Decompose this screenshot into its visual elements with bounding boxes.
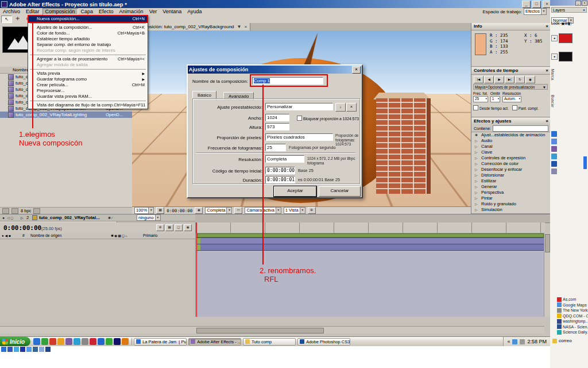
menu-item[interactable]: Efecto	[96, 8, 117, 15]
from-current-time-checkbox[interactable]: Desde tiempo act.	[473, 105, 509, 110]
menu-option[interactable]: Crear película... Ctrl+M ▶	[29, 82, 147, 88]
bookmark-link[interactable]: QDQ.COM - O...	[557, 313, 588, 319]
start-button[interactable]: Inicio	[0, 337, 30, 346]
effects-category[interactable]: ▷ Clave	[471, 150, 551, 155]
menu-item[interactable]: Composición	[42, 8, 78, 15]
composition-mini-icon[interactable]: ▦	[165, 224, 173, 231]
layer-row[interactable]: ●	[551, 33, 572, 43]
comp-name-input[interactable]: Comp 1	[252, 77, 323, 85]
menu-option[interactable]: Separar comp. del entorno de trabajo ▶	[29, 42, 147, 48]
collapsed-palette-icons[interactable]	[551, 131, 557, 174]
pixel-aspect-select[interactable]: Píxeles cuadrados	[265, 133, 333, 141]
preview-options-header[interactable]: Mayús+Opciones de previsualización▼	[473, 84, 548, 90]
small-icon[interactable]	[33, 347, 38, 352]
timeline-graph-area[interactable]	[195, 223, 545, 317]
new-folder-icon[interactable]	[2, 208, 9, 214]
audio-solo-lock-icons[interactable]: ◁ ◻	[7, 216, 21, 220]
volume-tray-icon[interactable]	[520, 339, 525, 344]
close-panel-icon[interactable]: ×	[583, 7, 585, 12]
search-icon[interactable]: ⊕	[156, 224, 164, 231]
bookmark-link[interactable]: As.com	[557, 297, 588, 302]
layers-panel-header[interactable]: Layers ×	[551, 7, 587, 13]
menu-option[interactable]: Color de fondo... Ctrl+Mayús+B ▶	[29, 30, 147, 36]
skip-select[interactable]: 1	[490, 96, 500, 102]
menu-option[interactable]: Vista previa ▶	[29, 71, 147, 76]
menu-item[interactable]: Ayuda	[184, 8, 204, 15]
expander-icon[interactable]: ▷	[475, 161, 479, 167]
parent-select[interactable]: ninguno	[137, 214, 161, 221]
camera-select[interactable]: Cámara activa	[245, 207, 281, 214]
expander-icon[interactable]: ▷	[475, 150, 479, 155]
quick-launch-icon[interactable]	[106, 338, 113, 345]
panel-menu-icon[interactable]: ▼	[237, 23, 242, 30]
safe-areas-icon[interactable]: ▦	[156, 207, 164, 214]
project-item[interactable]: tuto_comp_002_VRayTotalLighting OpenD...	[0, 112, 132, 118]
resolution-select[interactable]: Completa	[205, 207, 232, 214]
effects-category[interactable]: ▷ Audio	[471, 138, 551, 144]
small-icon[interactable]	[7, 347, 13, 352]
region-of-interest-icon[interactable]: ▭	[234, 207, 242, 214]
expander-icon[interactable]: ▷	[475, 207, 479, 213]
minimize-button[interactable]: _	[575, 1, 581, 6]
menu-option[interactable]: Guardar fotograma como ▶	[29, 76, 147, 82]
work-area-bar[interactable]	[197, 233, 544, 237]
effects-search-input[interactable]	[493, 125, 548, 132]
visibility-eye-icon[interactable]: ●	[551, 53, 558, 60]
expander-icon[interactable]: ▷	[475, 184, 479, 190]
quick-launch-icon[interactable]	[65, 338, 72, 345]
expander-icon[interactable]: ▷	[475, 201, 479, 207]
quick-launch-icon[interactable]	[74, 338, 80, 345]
small-icon[interactable]	[39, 347, 44, 352]
current-timecode[interactable]: 0:00:00:00	[3, 224, 41, 232]
resolution-select[interactable]: Autom.	[502, 96, 521, 102]
taskbar-task-button[interactable]: Adobe After Effects - ...	[188, 338, 241, 346]
effects-category[interactable]: ▷ Estilizar	[471, 178, 551, 184]
menu-item[interactable]: Ver	[146, 8, 160, 15]
menu-item[interactable]: Capa	[78, 8, 96, 15]
expander-icon[interactable]: ▷	[475, 190, 479, 195]
menu-item[interactable]: Editar	[23, 8, 42, 15]
expander-icon[interactable]: ✱	[475, 132, 479, 138]
vertical-tab-label[interactable]: Buscar	[551, 95, 555, 108]
preset-select[interactable]: Personalizar	[265, 103, 333, 110]
bookmark-link[interactable]: NASA - Scien...	[557, 324, 588, 330]
menu-item[interactable]: Animación	[117, 8, 146, 15]
bookmark-link[interactable]: Science Daily...	[557, 329, 588, 335]
expander-icon[interactable]: ▷	[475, 178, 479, 184]
timeline-layer-row[interactable]: ● ◁ ◻ ▷ 2 tuto_comp_002_VRayTotal... ✱ ∕…	[0, 214, 195, 221]
label-color-chip[interactable]	[32, 215, 37, 220]
expander-icon[interactable]: ▷	[21, 216, 26, 220]
effects-category[interactable]: ▷ Canal	[471, 144, 551, 150]
menu-option[interactable]: Guardar vista previa RAM... ▶	[29, 94, 147, 99]
expander-icon[interactable]: ▷	[475, 155, 479, 161]
first-frame-button[interactable]: |◀	[474, 76, 483, 83]
tool-icon[interactable]: ✛	[13, 16, 22, 22]
quick-launch-icon[interactable]	[33, 338, 40, 345]
layer-number-header[interactable]: #	[22, 233, 30, 239]
lock-aspect-checkbox[interactable]: Bloquear proporción a 1024:573	[297, 116, 359, 121]
timeline-horizontal-scrollbar[interactable]	[0, 326, 544, 334]
current-time-indicator[interactable]	[196, 223, 197, 317]
resolution-select[interactable]: Completa	[265, 155, 304, 163]
taskbar-task-button[interactable]: Tuto comp	[243, 338, 296, 346]
effects-category[interactable]: ▷ Perspectiva	[471, 190, 551, 195]
visibility-eye-icon[interactable]: ●	[551, 35, 558, 41]
collapse-tray-icon[interactable]: «	[507, 339, 510, 344]
layer-switches[interactable]: ✱ ∕	[108, 216, 137, 220]
ram-preview-button[interactable]: ◉	[525, 76, 535, 83]
quick-launch-icon[interactable]	[122, 338, 129, 345]
menu-option[interactable]: Preprocesar... ▶	[29, 88, 147, 94]
previous-frame-button[interactable]: ◀	[484, 76, 494, 83]
menu-option[interactable]: ▶	[29, 68, 147, 71]
timeline-vertical-scrollbar[interactable]	[544, 233, 550, 317]
effects-category[interactable]: ▷ Simulación	[471, 207, 551, 213]
loop-button[interactable]: ↻	[515, 76, 525, 83]
quick-launch-icon[interactable]	[49, 338, 56, 345]
menu-option[interactable]: Vista del diagrama de flujo de la comp. …	[29, 102, 147, 108]
trash-icon[interactable]	[33, 208, 40, 214]
minimize-button[interactable]: _	[522, 1, 531, 8]
width-input[interactable]: 1024	[265, 114, 289, 121]
expander-icon[interactable]: ▷	[475, 172, 479, 178]
quick-launch-icon[interactable]	[98, 338, 105, 345]
effects-category[interactable]: ▷ Pintar	[471, 195, 551, 201]
